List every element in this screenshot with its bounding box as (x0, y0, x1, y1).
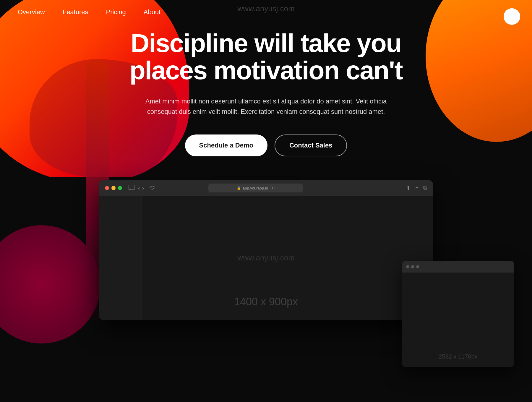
browser-secondary-content: 2532 x 1170px (402, 273, 514, 367)
sidebar-toggle-icon[interactable] (129, 185, 134, 191)
browser-secondary-toolbar (402, 261, 514, 273)
browser-toolbar: ‹ › 🛡 🔒 app.yourapp.io ↻ ⬆ + ⧉ (99, 180, 433, 196)
shield-icon: 🛡 (150, 185, 155, 191)
browser-size-label: 1400 x 900px (234, 296, 298, 308)
hero-watermark: www.anyusj.com (237, 4, 295, 13)
browser-traffic-lights (105, 186, 122, 190)
hero-subtitle: Amet minim mollit non deserunt ullamco e… (133, 96, 399, 117)
browser-main-content: www.anyusj.com 1400 x 900px (99, 196, 433, 320)
tabs-icon[interactable]: ⧉ (423, 185, 427, 191)
lock-icon: 🔒 (237, 186, 241, 190)
svg-rect-0 (129, 185, 131, 190)
browser-right-icons: ⬆ + ⧉ (406, 185, 427, 191)
forward-icon[interactable]: › (142, 185, 144, 191)
nav-pricing[interactable]: Pricing (106, 8, 126, 16)
secondary-size-label: 2532 x 1170px (439, 353, 477, 360)
dot-green (118, 186, 122, 190)
secondary-traffic-lights (406, 265, 419, 268)
refresh-icon[interactable]: ↻ (272, 186, 275, 190)
back-icon[interactable]: ‹ (138, 185, 140, 191)
browser-watermark: www.anyusj.com (237, 253, 295, 262)
browser-secondary-window: 2532 x 1170px (402, 261, 514, 367)
contact-sales-button[interactable]: Contact Sales (275, 134, 347, 156)
nav-about[interactable]: About (144, 8, 161, 16)
dot-red (105, 186, 109, 190)
secondary-dot-3 (416, 265, 419, 268)
secondary-dot-2 (411, 265, 414, 268)
new-tab-icon[interactable]: + (415, 185, 419, 191)
browser-main-window: ‹ › 🛡 🔒 app.yourapp.io ↻ ⬆ + ⧉ ww (99, 180, 433, 320)
url-text: app.yourapp.io (243, 186, 268, 190)
hero-content: Discipline will take you places motivati… (0, 30, 532, 156)
nav-cta-button[interactable] (504, 8, 520, 25)
hero-buttons: Schedule a Demo Contact Sales (89, 134, 443, 156)
url-bar[interactable]: 🔒 app.yourapp.io ↻ (208, 184, 303, 192)
schedule-demo-button[interactable]: Schedule a Demo (185, 134, 267, 156)
browser-nav-icons: ‹ › (138, 185, 144, 191)
dot-yellow (111, 186, 116, 190)
hero-title: Discipline will take you places motivati… (89, 30, 443, 84)
nav-overview[interactable]: Overview (18, 8, 45, 16)
share-icon[interactable]: ⬆ (406, 185, 411, 191)
svg-rect-1 (129, 185, 134, 190)
browser-section: ‹ › 🛡 🔒 app.yourapp.io ↻ ⬆ + ⧉ ww (0, 177, 532, 320)
secondary-dot-1 (406, 265, 409, 268)
browser-left-panel (99, 196, 142, 320)
hero-section: www.anyusj.com Overview Features Pricing… (0, 0, 532, 177)
nav-features[interactable]: Features (63, 8, 88, 16)
